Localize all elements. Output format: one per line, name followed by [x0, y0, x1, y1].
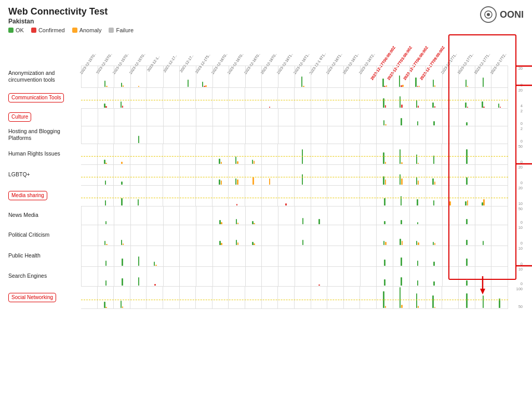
cell-hosting-25	[491, 126, 508, 144]
cell-political-17	[361, 225, 377, 246]
page-container: Web Connectivity Test Pakistan OK Confir…	[0, 0, 532, 400]
cell-media-3	[130, 186, 147, 206]
row-anon: Anonymization andcircumvention tools200	[8, 66, 524, 87]
cell-human-9	[229, 144, 245, 164]
cell-public-19	[393, 246, 410, 266]
legend: OK Confirmed Anomaly Failure	[8, 27, 524, 33]
row-social: Social Networking10050	[8, 286, 524, 309]
cell-political-20	[410, 225, 427, 246]
ok-dot	[8, 28, 14, 33]
cell-lgbtq-18	[377, 165, 393, 185]
cell-media-21	[426, 186, 443, 206]
cell-hosting-15	[328, 126, 344, 144]
cell-comm-17	[360, 88, 377, 108]
cell-comm-3	[130, 88, 147, 108]
cell-human-1	[98, 144, 114, 164]
cell-social-18	[377, 287, 393, 308]
cell-culture-20	[410, 109, 427, 126]
cell-political-16	[344, 225, 361, 246]
cell-media-11	[262, 186, 278, 206]
cell-human-13	[295, 144, 311, 164]
cell-human-3	[130, 144, 147, 164]
cell-culture-14	[311, 109, 328, 126]
cell-social-6	[180, 287, 196, 308]
cell-social-0	[81, 287, 98, 308]
cell-social-23	[459, 287, 475, 308]
cell-culture-24	[475, 109, 492, 126]
col-header-2: 2023-12-15T0..	[114, 35, 130, 66]
cell-comm-5	[163, 88, 180, 108]
cell-anon-17	[361, 66, 377, 87]
cell-search-19	[393, 267, 410, 286]
cell-comm-25	[491, 88, 508, 108]
cell-anon-9	[229, 66, 246, 87]
cell-culture-9	[229, 109, 246, 126]
cells-comm	[81, 87, 508, 108]
cell-media-0	[81, 186, 98, 206]
cell-public-18	[377, 246, 393, 266]
cell-lgbtq-0	[81, 165, 98, 185]
cell-public-11	[262, 246, 278, 266]
col-header-11: 2023-12-16T0..	[262, 35, 278, 66]
cell-social-19	[393, 287, 410, 308]
cell-hosting-6	[180, 126, 196, 144]
cell-culture-22	[443, 109, 459, 126]
cell-hosting-7	[196, 126, 213, 144]
axis-social: 10050	[508, 286, 524, 309]
anomaly-dot	[72, 28, 77, 33]
cell-public-20	[410, 246, 427, 266]
col-header-22: 2023-12-1771..	[442, 35, 459, 66]
axis-mid-political: 0	[508, 241, 524, 246]
label-text-news: News Media	[8, 212, 38, 218]
cell-comm-18	[377, 88, 393, 108]
cell-comm-16	[344, 88, 361, 108]
cell-social-16	[344, 287, 361, 308]
cell-human-5	[163, 144, 180, 164]
legend-ok: OK	[8, 27, 24, 33]
col-header-19: 2023-12-17T03:00:00Z	[393, 35, 410, 66]
cell-human-17	[360, 144, 377, 164]
row-hosting: Hosting and BloggingPlatforms20	[8, 126, 524, 144]
cell-media-25	[491, 186, 508, 206]
cell-news-25	[491, 207, 508, 225]
cell-news-12	[278, 207, 295, 225]
cell-media-2	[114, 186, 130, 206]
cell-public-22	[443, 246, 459, 266]
cell-human-20	[409, 144, 426, 164]
cell-comm-7	[196, 88, 212, 108]
header: Web Connectivity Test Pakistan OK Confir…	[8, 6, 524, 33]
axis-max-search: 10	[508, 267, 524, 272]
cell-anon-4	[147, 66, 164, 87]
cell-lgbtq-22	[442, 165, 459, 185]
cell-anon-23	[459, 66, 475, 87]
cell-social-22	[442, 287, 459, 308]
cell-anon-7	[196, 66, 213, 87]
cell-media-5	[163, 186, 180, 206]
axis-mid-social: 50	[508, 305, 524, 309]
axis-mid-public: 0	[508, 262, 524, 266]
cell-public-10	[246, 246, 262, 266]
cell-political-6	[180, 225, 196, 246]
col-header-13: 2023-12-16T1..	[295, 35, 311, 66]
cell-anon-19	[393, 66, 410, 87]
cell-media-22	[442, 186, 459, 206]
cell-hosting-0	[81, 126, 98, 144]
cell-hosting-22	[443, 126, 459, 144]
label-text-comm: Communication Tools	[8, 93, 64, 103]
cell-anon-18	[377, 66, 393, 87]
cell-anon-12	[278, 66, 295, 87]
col-header-0: 2023-12-15T0..	[81, 35, 98, 66]
cell-search-4	[147, 267, 164, 286]
axis-mid-human: 0	[508, 160, 524, 164]
cell-comm-24	[475, 88, 492, 108]
cell-comm-10	[245, 88, 262, 108]
cell-political-8	[213, 225, 230, 246]
col-header-3: 2023-12-15T0..	[130, 35, 147, 66]
cells-lgbtq	[81, 164, 508, 185]
cell-search-15	[328, 267, 344, 286]
cell-search-18	[377, 267, 393, 286]
page-title: Web Connectivity Test	[8, 6, 524, 17]
cell-social-25	[491, 287, 508, 308]
ooni-logo: OONI	[480, 6, 524, 23]
cell-news-22	[443, 207, 459, 225]
